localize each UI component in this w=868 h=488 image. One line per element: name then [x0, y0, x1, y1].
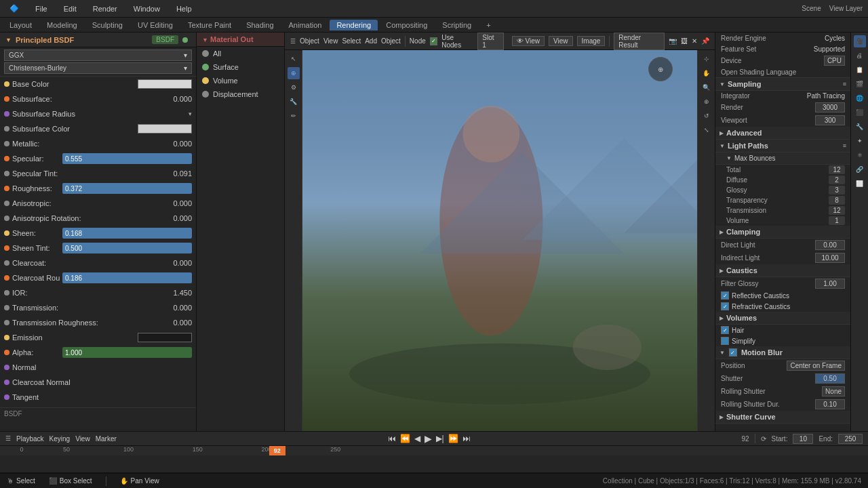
anisotropic-row[interactable]: Anisotropic: 0.000 [0, 196, 196, 211]
diffuse-value[interactable]: 2 [829, 176, 845, 184]
ws-uv-editing[interactable]: UV Editing [131, 20, 180, 30]
playback-btn[interactable]: Playback [16, 435, 44, 443]
ws-animation[interactable]: Animation [282, 20, 329, 30]
ws-modeling[interactable]: Modeling [40, 20, 84, 30]
subsurface-color-swatch[interactable] [138, 124, 192, 134]
motion-blur-checkbox[interactable]: ✓ [729, 348, 737, 357]
transmission-roughness-row[interactable]: Transmission Roughness: 0.000 [0, 315, 196, 330]
slot-select[interactable]: Slot 1 [477, 33, 503, 50]
timeline-track[interactable]: 0 50 100 150 200 250 92 [0, 446, 868, 473]
anisotropic-rotation-row[interactable]: Anisotropic Rotation: 0.000 [0, 211, 196, 226]
marker-btn[interactable]: Marker [96, 435, 117, 443]
timeline-menu-icon[interactable]: ☰ [5, 435, 11, 442]
constraints-properties-icon[interactable]: 🔗 [854, 163, 866, 176]
socket-volume[interactable]: Volume [197, 74, 284, 87]
next-frame-btn[interactable]: ▶| [436, 434, 444, 443]
end-input[interactable]: 250 [838, 434, 863, 444]
volume-value[interactable]: 1 [829, 216, 845, 225]
clearcoat-row[interactable]: Clearcoat: 0.000 [0, 256, 196, 270]
ws-texture-paint[interactable]: Texture Paint [181, 20, 238, 30]
filter-glossy-input[interactable]: 1.00 [815, 279, 845, 289]
object-btn[interactable]: Object [300, 37, 319, 45]
refractive-caustics-row[interactable]: ✓ Refractive Caustics [715, 301, 850, 312]
render-menu[interactable]: Render [89, 3, 121, 14]
material-properties-icon[interactable]: ⬜ [854, 178, 866, 190]
file-menu[interactable]: File [31, 3, 52, 14]
volumes-header[interactable]: ▶ Volumes [715, 312, 850, 325]
hair-row[interactable]: ✓ Hair [715, 325, 850, 336]
tangent-row[interactable]: Tangent [0, 390, 196, 405]
ws-layout[interactable]: Layout [3, 20, 39, 30]
jump-start-btn[interactable]: ⏮ [388, 434, 396, 443]
scene-properties-icon[interactable]: 🎬 [854, 78, 866, 90]
emission-swatch[interactable] [138, 333, 192, 342]
volume-bounces-row[interactable]: Volume 1 [715, 216, 850, 226]
distribution-select[interactable]: GGX▾ [4, 49, 192, 61]
motion-blur-header[interactable]: ▼ ✓ Motion Blur [715, 346, 850, 359]
render-properties-icon[interactable]: 🎥 [854, 35, 866, 47]
view-btn[interactable]: View [323, 37, 338, 45]
keying-btn[interactable]: Keying [50, 435, 71, 443]
subsurface-row[interactable]: Subsurface: 0.000 [0, 92, 196, 106]
render-result-btn[interactable]: Render Result [614, 33, 665, 50]
edit-menu[interactable]: Edit [60, 3, 81, 14]
transmission-row[interactable]: Transmission: 0.000 [0, 300, 196, 315]
alpha-row[interactable]: Alpha: 1.000 [0, 345, 196, 360]
metallic-row[interactable]: Metallic: 0.000 [0, 136, 196, 151]
alpha-bar[interactable]: 1.000 [62, 347, 192, 358]
base-color-swatch[interactable] [138, 79, 192, 89]
transparency-bounces-row[interactable]: Transparency 8 [715, 195, 850, 205]
roughness-row[interactable]: Roughness: 0.372 [0, 181, 196, 196]
tool-move-left[interactable]: ⊕ [288, 67, 300, 79]
ws-scripting[interactable]: Scripting [435, 20, 478, 30]
subsurface-select[interactable]: Christensen-Burley▾ [4, 62, 192, 74]
advanced-section-header[interactable]: ▶ Advanced [715, 127, 850, 140]
viewport-mode[interactable]: 👁View [512, 36, 545, 46]
viewport-icon-1[interactable]: 📷 [669, 37, 677, 45]
blender-menu[interactable]: 🔷 [5, 3, 23, 14]
ws-add[interactable]: + [479, 20, 497, 30]
socket-all[interactable]: All [197, 47, 284, 60]
base-color-row[interactable]: Base Color [0, 77, 196, 92]
view-timeline-btn[interactable]: View [75, 435, 90, 443]
emission-row[interactable]: Emission [0, 330, 196, 345]
add-btn[interactable]: Add [365, 37, 377, 45]
subsurface-radius-row[interactable]: Subsurface Radius ▾ [0, 106, 196, 121]
world-properties-icon[interactable]: 🌐 [854, 92, 866, 104]
rolling-shutter-select[interactable]: None [822, 386, 845, 396]
render-samples-input[interactable]: 3000 [815, 102, 845, 113]
tool-snap[interactable]: 🔧 [288, 96, 300, 108]
step-fwd-btn[interactable]: ⏩ [448, 434, 458, 443]
tool-move[interactable]: ⊕ [701, 96, 713, 108]
specular-row[interactable]: Specular: 0.555 [0, 151, 196, 166]
viewport-close[interactable]: ✕ [692, 37, 697, 45]
reflective-caustics-row[interactable]: ✓ Reflective Caustics [715, 290, 850, 301]
tool-cursor[interactable]: ⊹ [701, 53, 713, 65]
viewport-samples-input[interactable]: 300 [815, 115, 845, 125]
device-select[interactable]: CPU [824, 56, 845, 66]
rolling-shutter-dur-input[interactable]: 0.10 [815, 399, 845, 409]
jump-end-btn[interactable]: ⏭ [462, 434, 471, 443]
window-menu[interactable]: Window [130, 3, 164, 14]
hair-checkbox[interactable]: ✓ [721, 326, 729, 334]
light-paths-settings-icon[interactable]: ≡ [843, 142, 846, 149]
normal-row[interactable]: Normal [0, 360, 196, 375]
tool-zoom[interactable]: 🔍 [701, 81, 713, 94]
ws-rendering[interactable]: Rendering [330, 20, 378, 30]
sheen-tint-bar[interactable]: 0.500 [62, 243, 192, 253]
ws-sculpting[interactable]: Sculpting [85, 20, 130, 30]
image-btn[interactable]: Image [577, 36, 606, 46]
specular-tint-row[interactable]: Specular Tint: 0.091 [0, 166, 196, 181]
refractive-caustics-checkbox[interactable]: ✓ [721, 302, 729, 310]
ws-compositing[interactable]: Compositing [379, 20, 434, 30]
help-menu[interactable]: Help [172, 3, 196, 14]
max-bounces-header[interactable]: ▼ Max Bounces [715, 152, 850, 165]
ior-row[interactable]: IOR: 1.450 [0, 285, 196, 300]
use-nodes-checkbox[interactable]: ✓ [430, 37, 438, 45]
diffuse-bounces-row[interactable]: Diffuse 2 [715, 175, 850, 185]
node-btn[interactable]: Node [410, 37, 426, 45]
socket-surface[interactable]: Surface [197, 60, 284, 74]
tool-rotate[interactable]: ↺ [701, 110, 713, 122]
tool-properties[interactable]: ⚙ [288, 81, 300, 94]
indirect-light-input[interactable]: 10.00 [815, 253, 845, 263]
